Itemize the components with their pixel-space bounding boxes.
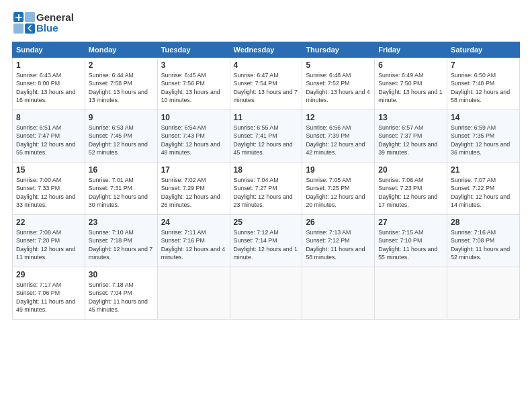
calendar-cell: 27 Sunrise: 7:15 AM Sunset: 7:10 PM Dayl… <box>375 215 447 267</box>
calendar-cell: 23 Sunrise: 7:10 AM Sunset: 7:18 PM Dayl… <box>85 215 157 267</box>
calendar-cell <box>375 267 447 320</box>
day-header-saturday: Saturday <box>447 42 520 58</box>
day-header-monday: Monday <box>85 42 157 58</box>
day-info: Sunrise: 7:16 AM Sunset: 7:08 PM Dayligh… <box>451 228 516 261</box>
calendar-cell: 6 Sunrise: 6:49 AM Sunset: 7:50 PM Dayli… <box>375 58 447 110</box>
day-info: Sunrise: 7:13 AM Sunset: 7:12 PM Dayligh… <box>306 228 371 261</box>
calendar-cell: 4 Sunrise: 6:47 AM Sunset: 7:54 PM Dayli… <box>230 58 302 110</box>
day-info: Sunrise: 6:44 AM Sunset: 7:58 PM Dayligh… <box>89 71 154 104</box>
day-info: Sunrise: 6:47 AM Sunset: 7:54 PM Dayligh… <box>234 71 299 104</box>
day-number: 7 <box>451 60 516 70</box>
day-number: 15 <box>16 165 81 175</box>
day-info: Sunrise: 7:00 AM Sunset: 7:33 PM Dayligh… <box>16 176 81 209</box>
calendar-cell: 10 Sunrise: 6:54 AM Sunset: 7:43 PM Dayl… <box>157 110 230 163</box>
day-info: Sunrise: 6:50 AM Sunset: 7:48 PM Dayligh… <box>451 71 516 104</box>
day-info: Sunrise: 7:07 AM Sunset: 7:22 PM Dayligh… <box>451 176 516 209</box>
svg-rect-2 <box>13 24 24 34</box>
day-number: 20 <box>378 165 443 175</box>
day-info: Sunrise: 6:48 AM Sunset: 7:52 PM Dayligh… <box>306 71 371 104</box>
day-info: Sunrise: 6:59 AM Sunset: 7:35 PM Dayligh… <box>451 124 516 156</box>
logo-blue: Blue <box>36 23 74 34</box>
day-number: 30 <box>89 270 154 279</box>
day-header-sunday: Sunday <box>13 42 85 58</box>
calendar-cell: 24 Sunrise: 7:11 AM Sunset: 7:16 PM Dayl… <box>157 215 230 267</box>
day-info: Sunrise: 7:12 AM Sunset: 7:14 PM Dayligh… <box>234 228 299 261</box>
day-info: Sunrise: 6:53 AM Sunset: 7:45 PM Dayligh… <box>89 124 154 156</box>
day-info: Sunrise: 6:56 AM Sunset: 7:39 PM Dayligh… <box>306 124 371 156</box>
day-number: 4 <box>234 60 299 70</box>
day-number: 21 <box>451 165 516 175</box>
day-number: 13 <box>378 113 443 122</box>
calendar-cell: 18 Sunrise: 7:04 AM Sunset: 7:27 PM Dayl… <box>230 163 302 215</box>
day-number: 29 <box>16 270 81 279</box>
calendar-cell: 7 Sunrise: 6:50 AM Sunset: 7:48 PM Dayli… <box>447 58 520 110</box>
calendar-cell <box>302 267 375 320</box>
calendar-cell <box>230 267 302 320</box>
calendar-cell: 8 Sunrise: 6:51 AM Sunset: 7:47 PM Dayli… <box>13 110 85 163</box>
calendar-cell: 14 Sunrise: 6:59 AM Sunset: 7:35 PM Dayl… <box>447 110 520 163</box>
day-info: Sunrise: 6:54 AM Sunset: 7:43 PM Dayligh… <box>161 124 226 156</box>
day-number: 22 <box>16 218 81 227</box>
svg-rect-3 <box>25 24 35 34</box>
day-info: Sunrise: 7:06 AM Sunset: 7:23 PM Dayligh… <box>378 176 443 209</box>
header: General Blue <box>12 11 520 35</box>
day-number: 1 <box>16 60 81 70</box>
day-info: Sunrise: 7:02 AM Sunset: 7:29 PM Dayligh… <box>161 176 226 209</box>
day-number: 11 <box>234 113 299 122</box>
calendar-cell: 3 Sunrise: 6:45 AM Sunset: 7:56 PM Dayli… <box>157 58 230 110</box>
calendar-cell: 16 Sunrise: 7:01 AM Sunset: 7:31 PM Dayl… <box>85 163 157 215</box>
day-info: Sunrise: 6:49 AM Sunset: 7:50 PM Dayligh… <box>378 71 443 104</box>
calendar-cell <box>157 267 230 320</box>
day-number: 6 <box>378 60 443 70</box>
day-number: 12 <box>306 113 371 122</box>
day-number: 18 <box>234 165 299 175</box>
day-info: Sunrise: 6:43 AM Sunset: 8:00 PM Dayligh… <box>16 71 81 104</box>
day-info: Sunrise: 7:15 AM Sunset: 7:10 PM Dayligh… <box>378 228 443 261</box>
day-info: Sunrise: 7:10 AM Sunset: 7:18 PM Dayligh… <box>89 228 154 261</box>
day-number: 25 <box>234 218 299 227</box>
calendar-cell: 28 Sunrise: 7:16 AM Sunset: 7:08 PM Dayl… <box>447 215 520 267</box>
calendar-cell: 1 Sunrise: 6:43 AM Sunset: 8:00 PM Dayli… <box>13 58 85 110</box>
day-info: Sunrise: 7:18 AM Sunset: 7:04 PM Dayligh… <box>89 281 154 314</box>
calendar-cell: 13 Sunrise: 6:57 AM Sunset: 7:37 PM Dayl… <box>375 110 447 163</box>
calendar-cell: 30 Sunrise: 7:18 AM Sunset: 7:04 PM Dayl… <box>85 267 157 320</box>
calendar-cell: 11 Sunrise: 6:55 AM Sunset: 7:41 PM Dayl… <box>230 110 302 163</box>
calendar-cell: 5 Sunrise: 6:48 AM Sunset: 7:52 PM Dayli… <box>302 58 375 110</box>
day-info: Sunrise: 7:05 AM Sunset: 7:25 PM Dayligh… <box>306 176 371 209</box>
calendar-cell: 15 Sunrise: 7:00 AM Sunset: 7:33 PM Dayl… <box>13 163 85 215</box>
day-info: Sunrise: 7:17 AM Sunset: 7:06 PM Dayligh… <box>16 281 81 314</box>
calendar-cell: 19 Sunrise: 7:05 AM Sunset: 7:25 PM Dayl… <box>302 163 375 215</box>
day-number: 24 <box>161 218 226 227</box>
calendar-cell: 21 Sunrise: 7:07 AM Sunset: 7:22 PM Dayl… <box>447 163 520 215</box>
day-header-wednesday: Wednesday <box>230 42 302 58</box>
day-number: 27 <box>378 218 443 227</box>
logo: General Blue <box>12 11 74 35</box>
day-info: Sunrise: 7:01 AM Sunset: 7:31 PM Dayligh… <box>89 176 154 209</box>
day-header-tuesday: Tuesday <box>157 42 230 58</box>
day-number: 23 <box>89 218 154 227</box>
calendar-cell <box>447 267 520 320</box>
logo-general: General <box>36 12 74 24</box>
day-number: 9 <box>89 113 154 122</box>
logo-text: General Blue <box>36 12 74 34</box>
calendar-cell: 20 Sunrise: 7:06 AM Sunset: 7:23 PM Dayl… <box>375 163 447 215</box>
calendar-cell: 26 Sunrise: 7:13 AM Sunset: 7:12 PM Dayl… <box>302 215 375 267</box>
day-info: Sunrise: 6:57 AM Sunset: 7:37 PM Dayligh… <box>378 124 443 156</box>
day-header-friday: Friday <box>375 42 447 58</box>
day-number: 5 <box>306 60 371 70</box>
day-info: Sunrise: 7:04 AM Sunset: 7:27 PM Dayligh… <box>234 176 299 209</box>
svg-rect-1 <box>25 12 35 22</box>
day-number: 26 <box>306 218 371 227</box>
day-number: 16 <box>89 165 154 175</box>
page: General Blue SundayMondayTuesdayWednesda… <box>0 0 532 411</box>
day-info: Sunrise: 6:55 AM Sunset: 7:41 PM Dayligh… <box>234 124 299 156</box>
calendar-cell: 22 Sunrise: 7:08 AM Sunset: 7:20 PM Dayl… <box>13 215 85 267</box>
calendar-cell: 25 Sunrise: 7:12 AM Sunset: 7:14 PM Dayl… <box>230 215 302 267</box>
logo-svg <box>12 11 36 35</box>
day-info: Sunrise: 6:45 AM Sunset: 7:56 PM Dayligh… <box>161 71 226 104</box>
calendar-cell: 9 Sunrise: 6:53 AM Sunset: 7:45 PM Dayli… <box>85 110 157 163</box>
day-number: 2 <box>89 60 154 70</box>
calendar-table: SundayMondayTuesdayWednesdayThursdayFrid… <box>12 42 520 320</box>
day-number: 17 <box>161 165 226 175</box>
day-header-thursday: Thursday <box>302 42 375 58</box>
